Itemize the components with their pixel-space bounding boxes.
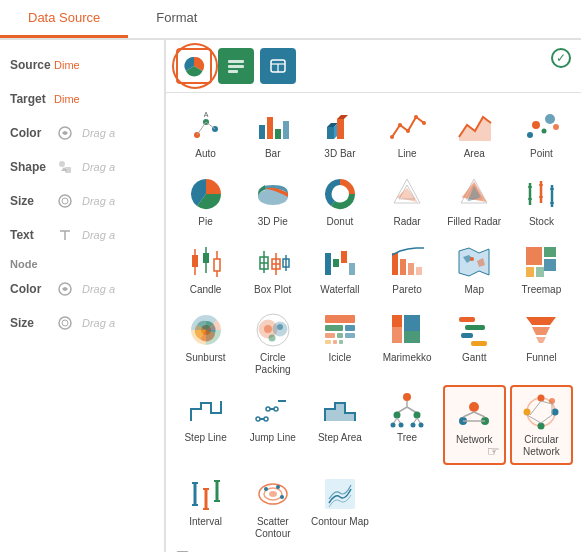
- color-icon: [54, 122, 76, 144]
- chart-donut[interactable]: Donut: [308, 169, 371, 233]
- chart-circle-packing-label: Circle Packing: [243, 352, 302, 376]
- svg-point-92: [264, 325, 272, 333]
- svg-point-41: [553, 124, 559, 130]
- map-icon: [454, 242, 494, 282]
- color-label: Color: [10, 126, 48, 140]
- svg-point-10: [62, 320, 68, 326]
- chart-auto[interactable]: A Auto: [174, 101, 237, 165]
- network-icon: [454, 392, 494, 432]
- filled-radar-icon: [454, 174, 494, 214]
- chart-line-label: Line: [398, 148, 417, 160]
- chart-type-button[interactable]: [176, 48, 212, 84]
- chart-radar[interactable]: Radar: [376, 169, 439, 233]
- chart-filled-radar[interactable]: Filled Radar: [443, 169, 506, 233]
- display-settings-button[interactable]: [260, 48, 296, 84]
- svg-point-165: [269, 491, 277, 497]
- svg-point-36: [422, 121, 426, 125]
- chart-stock[interactable]: Stock: [510, 169, 573, 233]
- waterfall-icon: [320, 242, 360, 282]
- chart-bar3d[interactable]: 3D Bar: [308, 101, 371, 165]
- svg-rect-24: [267, 117, 273, 139]
- chart-point[interactable]: Point: [510, 101, 573, 165]
- node-color-icon: [54, 278, 76, 300]
- svg-rect-105: [392, 315, 402, 327]
- svg-point-34: [406, 129, 410, 133]
- svg-rect-96: [325, 325, 343, 331]
- svg-rect-110: [465, 325, 485, 330]
- svg-rect-63: [203, 253, 209, 263]
- svg-point-39: [542, 129, 547, 134]
- chart-icicle[interactable]: Icicle: [308, 305, 371, 381]
- chart-map[interactable]: Map: [443, 237, 506, 301]
- chart-line[interactable]: Line: [376, 101, 439, 165]
- chart-contour-map-label: Contour Map: [311, 516, 369, 528]
- chart-contour-map[interactable]: Contour Map: [308, 469, 371, 545]
- svg-point-38: [532, 121, 540, 129]
- shape-label: Shape: [10, 160, 48, 174]
- funnel-icon: [521, 310, 561, 350]
- data-fields-button[interactable]: [218, 48, 254, 84]
- svg-rect-76: [341, 251, 347, 263]
- chart-pie3d[interactable]: 3D Pie: [241, 169, 304, 233]
- svg-rect-112: [471, 341, 487, 346]
- chart-marimekko[interactable]: Marimekko: [376, 305, 439, 381]
- svg-point-137: [469, 402, 479, 412]
- multiple-styles-row[interactable]: Multiple Styles: [174, 545, 573, 552]
- source-value: Dime: [54, 59, 80, 71]
- svg-point-166: [264, 487, 268, 491]
- chart-funnel[interactable]: Funnel: [510, 305, 573, 381]
- chart-sunburst-label: Sunburst: [186, 352, 226, 364]
- svg-rect-26: [283, 121, 289, 139]
- svg-point-147: [524, 409, 531, 416]
- chart-tree[interactable]: Tree: [376, 385, 439, 465]
- candle-icon: [186, 242, 226, 282]
- svg-rect-99: [337, 333, 343, 338]
- chart-jump-line[interactable]: Jump Line: [241, 385, 304, 465]
- chart-area-label: Area: [464, 148, 485, 160]
- target-value: Dime: [54, 93, 80, 105]
- jump-line-icon: [253, 390, 293, 430]
- chart-treemap[interactable]: Treemap: [510, 237, 573, 301]
- empty-space: [376, 469, 574, 545]
- contour-map-icon: [320, 474, 360, 514]
- chart-interval[interactable]: Interval: [174, 469, 237, 545]
- chart-gantt[interactable]: Gantt: [443, 305, 506, 381]
- tab-data-source[interactable]: Data Source: [0, 0, 128, 38]
- svg-rect-83: [526, 247, 542, 265]
- chart-bar[interactable]: Bar: [241, 101, 304, 165]
- svg-rect-100: [345, 333, 355, 338]
- chart-scatter-contour[interactable]: Scatter Contour: [241, 469, 304, 545]
- chart-donut-label: Donut: [327, 216, 354, 228]
- point-icon: [521, 106, 561, 146]
- chart-map-label: Map: [465, 284, 484, 296]
- chart-step-area[interactable]: Step Area: [308, 385, 371, 465]
- tab-format[interactable]: Format: [128, 0, 225, 38]
- chart-circular-network[interactable]: Circular Network: [510, 385, 573, 465]
- svg-point-134: [399, 423, 404, 428]
- chart-sunburst[interactable]: Sunburst: [174, 305, 237, 381]
- chart-pareto[interactable]: Pareto: [376, 237, 439, 301]
- color-row: Color Drag a: [0, 116, 164, 150]
- svg-rect-79: [400, 259, 406, 275]
- chart-pie[interactable]: Pie: [174, 169, 237, 233]
- chart-waterfall[interactable]: Waterfall: [308, 237, 371, 301]
- chart-boxplot[interactable]: Box Plot: [241, 237, 304, 301]
- stock-icon: [521, 174, 561, 214]
- chart-network[interactable]: Network ☞: [443, 385, 506, 465]
- svg-rect-75: [333, 259, 339, 267]
- line-icon: [387, 106, 427, 146]
- chart-area[interactable]: Area: [443, 101, 506, 165]
- svg-rect-27: [327, 127, 334, 139]
- svg-point-9: [59, 317, 71, 329]
- sunburst-icon: [186, 310, 226, 350]
- chart-candle[interactable]: Candle: [174, 237, 237, 301]
- icicle-icon: [320, 310, 360, 350]
- chart-circle-packing[interactable]: Circle Packing: [241, 305, 304, 381]
- svg-point-93: [277, 324, 283, 330]
- svg-line-20: [197, 122, 206, 135]
- chart-pie3d-label: 3D Pie: [258, 216, 288, 228]
- svg-rect-65: [214, 259, 220, 271]
- chart-filled-radar-label: Filled Radar: [447, 216, 501, 228]
- chart-step-line[interactable]: Step Line: [174, 385, 237, 465]
- chart-candle-label: Candle: [190, 284, 222, 296]
